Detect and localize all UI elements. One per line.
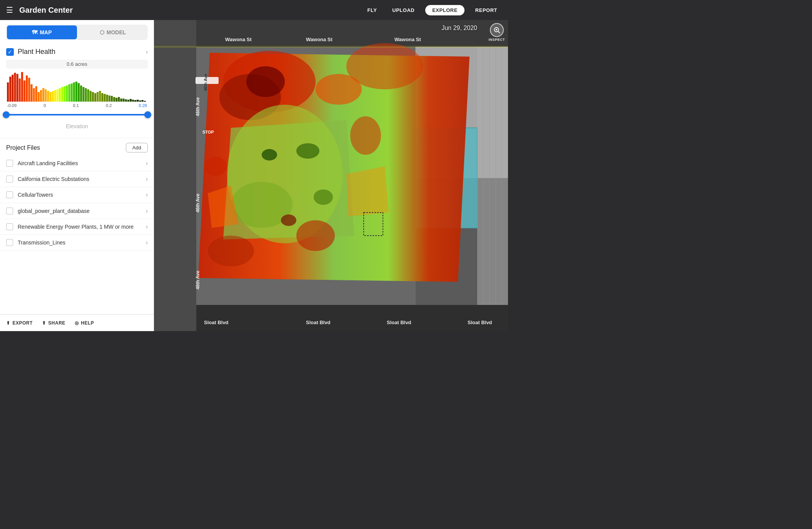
file-name-0: Aircraft Landing Facilities (18, 160, 141, 167)
list-item: Renewable Energy Power Plants, 1 MW or m… (0, 219, 154, 235)
file-chevron-4[interactable]: › (146, 223, 148, 230)
plant-health-section: ✓ Plant Health › 0.6 acres (0, 45, 154, 138)
add-file-button[interactable]: Add (126, 143, 148, 152)
report-nav-button[interactable]: REPORT (471, 5, 502, 15)
histogram-chart (6, 71, 148, 102)
svg-rect-39 (99, 91, 101, 102)
svg-text:Sloat Blvd: Sloat Blvd (468, 320, 492, 325)
file-checkbox-5[interactable] (6, 239, 13, 246)
svg-point-88 (314, 189, 333, 205)
export-label: EXPORT (13, 320, 33, 326)
svg-rect-31 (80, 85, 82, 102)
export-icon: ⬆ (6, 320, 10, 326)
svg-rect-6 (21, 72, 23, 102)
range-slider[interactable] (6, 111, 148, 119)
svg-rect-27 (71, 84, 73, 102)
main-layout: 🗺 MAP ⬡ MODEL ✓ Plant Health › 0.6 acres (0, 20, 508, 331)
svg-rect-55 (137, 100, 139, 102)
svg-text:Sloat Blvd: Sloat Blvd (204, 320, 229, 325)
export-button[interactable]: ⬆ EXPORT (6, 320, 37, 326)
svg-rect-18 (49, 92, 51, 102)
elevation-label: Elevation (6, 123, 148, 129)
svg-point-81 (350, 116, 381, 155)
svg-rect-23 (61, 87, 63, 102)
svg-rect-10 (30, 84, 32, 102)
file-checkbox-0[interactable] (6, 160, 13, 167)
file-checkbox-2[interactable] (6, 191, 13, 198)
svg-rect-49 (123, 99, 125, 102)
file-chevron-0[interactable]: › (146, 160, 148, 167)
upload-nav-button[interactable]: UPLOAD (388, 5, 419, 15)
slider-thumb-left[interactable] (3, 111, 10, 118)
svg-text:46th Ave: 46th Ave (203, 74, 208, 91)
hamburger-icon[interactable]: ☰ (6, 5, 13, 15)
svg-text:Wawona St: Wawona St (306, 37, 333, 42)
divider (0, 138, 154, 138)
share-button[interactable]: ⬆ SHARE (37, 320, 70, 326)
map-area[interactable]: 46th Ave STOP Wawona St Wawona St Wawona… (154, 20, 508, 331)
sidebar: 🗺 MAP ⬡ MODEL ✓ Plant Health › 0.6 acres (0, 20, 154, 331)
file-checkbox-3[interactable] (6, 208, 13, 214)
map-tab-button[interactable]: 🗺 MAP (7, 25, 77, 39)
help-button[interactable]: ◎ HELP (70, 320, 99, 326)
file-checkbox-4[interactable] (6, 223, 13, 230)
app-title: Garden Center (19, 6, 73, 15)
svg-rect-1 (9, 77, 11, 102)
svg-rect-22 (59, 88, 61, 102)
svg-rect-13 (38, 92, 40, 102)
svg-rect-45 (113, 97, 115, 102)
svg-rect-14 (40, 90, 42, 102)
svg-rect-15 (42, 88, 44, 102)
svg-rect-40 (101, 93, 103, 102)
inspect-button[interactable]: INSPECT (488, 23, 505, 42)
svg-rect-54 (134, 100, 136, 102)
svg-rect-47 (118, 97, 120, 102)
svg-rect-4 (17, 74, 18, 102)
svg-rect-0 (7, 82, 9, 102)
project-files-header: Project Files Add (0, 143, 154, 152)
share-icon: ⬆ (42, 320, 46, 326)
svg-rect-51 (127, 100, 129, 102)
svg-rect-12 (35, 86, 37, 102)
svg-rect-5 (19, 79, 21, 102)
file-checkbox-1[interactable] (6, 176, 13, 182)
svg-rect-26 (69, 84, 70, 102)
svg-rect-25 (66, 85, 68, 102)
file-chevron-5[interactable]: › (146, 239, 148, 246)
svg-rect-16 (45, 89, 47, 102)
list-item: global_power_plant_database › (0, 203, 154, 219)
svg-rect-38 (97, 92, 99, 102)
slider-thumb-right[interactable] (144, 111, 151, 118)
svg-rect-29 (75, 82, 77, 102)
svg-text:46th Ave: 46th Ave (195, 194, 200, 213)
histogram-scale-labels: -0.09 0 0.1 0.2 0.28 (6, 103, 148, 108)
scale-01-label: 0.1 (73, 103, 79, 108)
svg-rect-61 (154, 305, 508, 331)
fly-nav-button[interactable]: FLY (363, 5, 381, 15)
svg-rect-32 (82, 87, 84, 102)
file-name-2: CellularTowers (18, 191, 141, 198)
svg-rect-44 (111, 96, 113, 102)
svg-point-86 (281, 214, 296, 226)
svg-rect-21 (57, 89, 58, 102)
svg-text:Wawona St: Wawona St (225, 37, 252, 42)
plant-health-chevron-icon[interactable]: › (146, 49, 148, 55)
svg-rect-67 (477, 47, 508, 305)
plant-health-checkbox[interactable]: ✓ (6, 48, 14, 56)
svg-line-108 (498, 32, 500, 33)
svg-rect-7 (23, 80, 25, 102)
top-navigation: ☰ Garden Center FLY UPLOAD EXPLORE REPOR… (0, 0, 508, 20)
explore-nav-button[interactable]: EXPLORE (425, 5, 464, 15)
map-tab-label: MAP (40, 29, 52, 35)
svg-rect-60 (154, 20, 508, 47)
svg-rect-41 (104, 94, 106, 102)
scale-max-label: 0.28 (139, 103, 147, 108)
svg-rect-58 (144, 101, 146, 102)
model-tab-button[interactable]: ⬡ MODEL (78, 25, 148, 40)
file-chevron-2[interactable]: › (146, 191, 148, 198)
inspect-label: INSPECT (488, 38, 505, 42)
file-chevron-3[interactable]: › (146, 208, 148, 214)
file-chevron-1[interactable]: › (146, 176, 148, 182)
svg-rect-43 (109, 95, 110, 102)
svg-rect-56 (139, 100, 141, 102)
